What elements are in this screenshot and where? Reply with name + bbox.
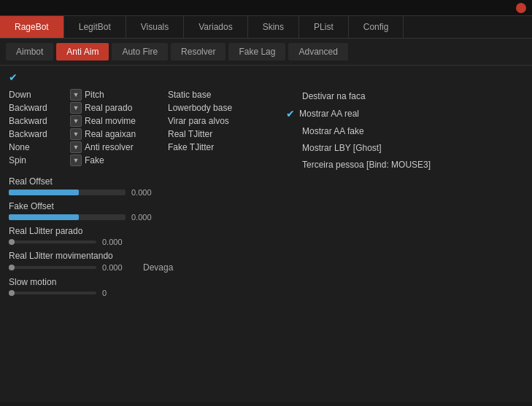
sub-tab-resolver[interactable]: Resolver [171,43,225,60]
grid-col1: Backward [9,102,67,114]
slider-row: 0.000 [9,213,523,222]
grid-col1: Down [9,89,67,101]
slider-track[interactable] [9,190,126,195]
grid-row: Backward▼Real agaixanReal TJitter [9,128,271,140]
grid-col2: ▼Fake [70,155,165,166]
slim-slider[interactable] [9,266,96,269]
slider-thumb [9,265,15,270]
sub-tab-auto-fire[interactable]: Auto Fire [112,43,168,60]
grid-row: None▼Anti resolverFake TJitter [9,141,271,153]
right-option-label: Mostrar AA fake [302,126,364,136]
grid-col1: Backward [9,128,67,140]
grid-col3 [168,155,263,166]
grid-col2: ▼Real movime [70,115,165,127]
right-option-row: Mostrar LBY [Ghost] [286,141,431,155]
slider-label: Slow motion [9,277,523,287]
slider-track[interactable] [9,214,126,220]
grid-table: Down▼PitchStatic baseBackward▼Real parad… [9,89,271,166]
right-option-row: Destivar na faca [286,89,431,104]
dropdown-arrow-icon[interactable]: ▼ [70,128,82,140]
dropdown-arrow-icon[interactable]: ▼ [70,102,82,114]
grid-col1: None [9,141,67,153]
slider-row: 0 [9,289,523,297]
slider-row: 0.000 [9,188,523,197]
grid-row: Backward▼Real movimeVirar para alvos [9,115,271,127]
slider-value: 0.000 [131,188,161,197]
checkmark-icon: ✔ [286,108,295,120]
grid-col3: Real TJitter [168,128,263,140]
right-option-label: Mostrar LBY [Ghost] [302,143,382,153]
grid-col3: Lowerbody base [168,102,263,114]
dropdown-arrow-icon[interactable]: ▼ [70,141,82,153]
grid-col1: Backward [9,115,67,127]
slider-row: 0.000Devaga [9,262,523,273]
grid-col2-label: Real movime [85,116,136,126]
dropdown-arrow-icon[interactable]: ▼ [70,155,82,166]
close-button[interactable] [516,3,526,13]
grid-col2-label: Real agaixan [85,129,136,139]
main-tab-ragebot[interactable]: RageBot [0,16,64,38]
grid-row: Down▼PitchStatic base [9,89,271,101]
antiaim-checkbox-row: ✔ [9,71,523,83]
grid-row: Spin▼Fake [9,155,271,166]
grid-row: Backward▼Real paradoLowerbody base [9,102,271,114]
slider-value: 0.000 [102,238,131,246]
slider-label: Real LJitter movimentando [9,251,523,261]
main-tabs-bar: RageBotLegitBotVisualsVariadosSkinsPList… [0,16,532,39]
slider-row: 0.000 [9,238,523,246]
grid-col3: Virar para alvos [168,115,263,127]
sub-tab-anti-aim[interactable]: Anti Aim [56,43,109,60]
right-options: Destivar na faca✔Mostrar AA realMostrar … [271,89,431,172]
main-tab-plist[interactable]: PList [299,16,349,38]
sub-tab-fake-lag[interactable]: Fake Lag [228,43,285,60]
right-option-label: Mostrar AA real [299,109,359,119]
slim-slider[interactable] [9,241,96,243]
grid-col2-label: Anti resolver [85,142,134,152]
checkmark-icon: ✔ [9,71,18,83]
main-tab-legitbot[interactable]: LegitBot [64,16,126,38]
slider-thumb [9,290,15,296]
slider-value: 0.000 [102,263,131,272]
grid-col2: ▼Pitch [70,89,165,101]
slider-label: Real LJitter parado [9,226,523,236]
grid-col3: Fake TJitter [168,141,263,153]
right-option-row: Terceira pessoa [Bind: MOUSE3] [286,157,431,172]
slim-slider[interactable] [9,292,96,294]
dropdown-arrow-icon[interactable]: ▼ [70,115,82,127]
grid-col1: Spin [9,155,67,166]
slider-fill [9,214,79,220]
slider-thumb [9,239,15,245]
right-option-row: ✔Mostrar AA real [286,106,431,122]
sub-tab-aimbot[interactable]: Aimbot [6,43,53,60]
sliders-section: Real Offset0.000Fake Offset0.000Real LJi… [9,176,523,297]
main-tab-visuals[interactable]: Visuals [126,16,184,38]
grid-col2-label: Real parado [85,103,132,113]
sub-tab-advanced[interactable]: Advanced [288,43,347,60]
grid-col2: ▼Anti resolver [70,141,165,153]
devaga-label: Devaga [143,262,173,273]
title-bar [0,0,532,16]
content-area: ✔ Down▼PitchStatic baseBackward▼Real par… [0,66,532,402]
right-option-label: Terceira pessoa [Bind: MOUSE3] [302,160,431,170]
slider-value: 0.000 [131,213,161,222]
right-option-label: Destivar na faca [302,91,366,101]
dropdown-arrow-icon[interactable]: ▼ [70,89,82,101]
grid-col2: ▼Real parado [70,102,165,114]
grid-col3: Static base [168,89,263,101]
slider-label: Real Offset [9,176,523,187]
main-tab-skins[interactable]: Skins [248,16,299,38]
main-tab-config[interactable]: Config [349,16,404,38]
grid-col2-label: Pitch [85,90,104,100]
slider-label: Fake Offset [9,201,523,211]
sub-tabs-bar: AimbotAnti AimAuto FireResolverFake LagA… [0,39,532,66]
right-option-row: Mostrar AA fake [286,124,431,138]
grid-col2-label: Fake [85,155,104,165]
main-tab-variados[interactable]: Variados [184,16,247,38]
slider-fill [9,190,79,195]
grid-col2: ▼Real agaixan [70,128,165,140]
slider-value: 0 [102,289,131,297]
